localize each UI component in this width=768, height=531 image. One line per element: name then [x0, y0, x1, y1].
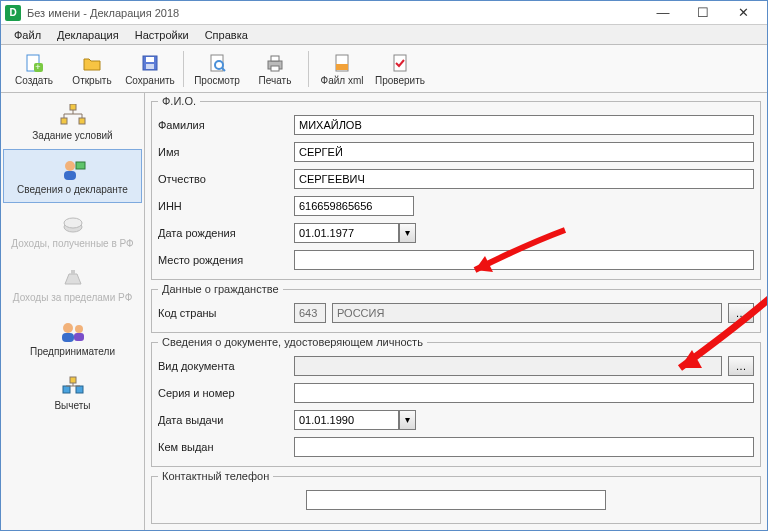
toolbar-preview[interactable]: Просмотр	[188, 47, 246, 91]
toolbar-check[interactable]: Проверить	[371, 47, 429, 91]
svg-rect-32	[63, 386, 70, 393]
svg-rect-11	[271, 66, 279, 71]
svg-rect-33	[76, 386, 83, 393]
group-phone-legend: Контактный телефон	[158, 470, 273, 482]
toolbar-save-label: Сохранить	[125, 75, 175, 86]
toolbar: + Создать Открыть Сохранить Просмотр Печ…	[1, 45, 767, 93]
sidebar-item-entrepreneurs[interactable]: Предприниматели	[3, 311, 142, 365]
sidebar-item-conditions[interactable]: Задание условий	[3, 95, 142, 149]
minimize-button[interactable]: —	[643, 2, 683, 24]
chevron-down-icon: ▾	[405, 414, 410, 425]
input-name[interactable]	[294, 142, 754, 162]
group-phone: Контактный телефон	[151, 470, 761, 524]
toolbar-open[interactable]: Открыть	[63, 47, 121, 91]
sidebar-item-declarant[interactable]: Сведения о декларанте	[3, 149, 142, 203]
label-surname: Фамилия	[158, 119, 288, 131]
svg-rect-10	[271, 56, 279, 61]
input-phone[interactable]	[306, 490, 606, 510]
close-button[interactable]: ✕	[723, 2, 763, 24]
check-icon	[389, 52, 411, 74]
svg-rect-34	[70, 377, 76, 383]
svg-rect-23	[64, 171, 76, 180]
toolbar-save[interactable]: Сохранить	[121, 47, 179, 91]
sidebar: Задание условий Сведения о декларанте До…	[1, 93, 145, 530]
sidebar-conditions-label: Задание условий	[32, 130, 112, 141]
sidebar-entrepreneurs-label: Предприниматели	[30, 346, 115, 357]
input-country-name	[332, 303, 722, 323]
birth-date-dropdown-button[interactable]: ▾	[399, 223, 416, 243]
toolbar-file-xml[interactable]: Файл xml	[313, 47, 371, 91]
label-birth-date: Дата рождения	[158, 227, 288, 239]
menu-help[interactable]: Справка	[198, 27, 255, 43]
toolbar-separator	[308, 51, 309, 87]
svg-rect-29	[62, 333, 74, 342]
svg-rect-5	[146, 64, 154, 69]
toolbar-open-label: Открыть	[72, 75, 111, 86]
maximize-button[interactable]: ☐	[683, 2, 723, 24]
print-icon	[264, 52, 286, 74]
group-fio-legend: Ф.И.О.	[158, 95, 200, 107]
xml-file-icon	[331, 52, 353, 74]
input-birth-date[interactable]	[294, 223, 399, 243]
title-bar: D Без имени - Декларация 2018 — ☐ ✕	[1, 1, 767, 25]
svg-rect-16	[61, 118, 67, 124]
toolbar-create[interactable]: + Создать	[5, 47, 63, 91]
new-file-icon: +	[23, 52, 45, 74]
label-doc-type: Вид документа	[158, 360, 288, 372]
group-fio: Ф.И.О. Фамилия Имя Отчество ИНН Дата рож…	[151, 95, 761, 280]
menu-settings[interactable]: Настройки	[128, 27, 196, 43]
label-issue-date: Дата выдачи	[158, 414, 288, 426]
svg-rect-17	[79, 118, 85, 124]
chevron-down-icon: ▾	[405, 227, 410, 238]
input-issue-date[interactable]	[294, 410, 399, 430]
label-country-code: Код страны	[158, 307, 288, 319]
form-area: Ф.И.О. Фамилия Имя Отчество ИНН Дата рож…	[145, 93, 767, 530]
toolbar-print[interactable]: Печать	[246, 47, 304, 91]
sidebar-declarant-label: Сведения о декларанте	[17, 184, 128, 195]
label-inn: ИНН	[158, 200, 288, 212]
input-patronymic[interactable]	[294, 169, 754, 189]
svg-point-28	[63, 323, 73, 333]
input-doc-type	[294, 356, 722, 376]
input-issued-by[interactable]	[294, 437, 754, 457]
toolbar-separator	[183, 51, 184, 87]
toolbar-print-label: Печать	[259, 75, 292, 86]
declarant-icon	[59, 158, 87, 182]
menu-file[interactable]: Файл	[7, 27, 48, 43]
sidebar-income-abroad-label: Доходы за пределами РФ	[13, 292, 132, 303]
group-id-doc: Сведения о документе, удостоверяющем лич…	[151, 336, 761, 467]
svg-rect-31	[74, 333, 84, 341]
toolbar-file-xml-label: Файл xml	[321, 75, 364, 86]
label-issued-by: Кем выдан	[158, 441, 288, 453]
sidebar-deductions-label: Вычеты	[54, 400, 90, 411]
svg-rect-14	[394, 55, 406, 71]
sidebar-item-income-rf[interactable]: Доходы, полученные в РФ	[3, 203, 142, 257]
input-surname[interactable]	[294, 115, 754, 135]
doc-type-lookup-button[interactable]: …	[728, 356, 754, 376]
conditions-icon	[59, 104, 87, 128]
label-name: Имя	[158, 146, 288, 158]
income-abroad-icon	[59, 266, 87, 290]
input-birth-place[interactable]	[294, 250, 754, 270]
menu-bar: Файл Декларация Настройки Справка	[1, 25, 767, 45]
label-patronymic: Отчество	[158, 173, 288, 185]
group-citizenship-legend: Данные о гражданстве	[158, 283, 283, 295]
input-series-number[interactable]	[294, 383, 754, 403]
menu-declaration[interactable]: Декларация	[50, 27, 126, 43]
toolbar-check-label: Проверить	[375, 75, 425, 86]
svg-rect-27	[71, 270, 75, 274]
deductions-icon	[59, 374, 87, 398]
preview-icon	[206, 52, 228, 74]
svg-text:+: +	[35, 62, 40, 72]
input-inn[interactable]	[294, 196, 414, 216]
issue-date-dropdown-button[interactable]: ▾	[399, 410, 416, 430]
label-series-number: Серия и номер	[158, 387, 288, 399]
label-birth-place: Место рождения	[158, 254, 288, 266]
country-lookup-button[interactable]: …	[728, 303, 754, 323]
svg-rect-13	[336, 64, 348, 70]
sidebar-item-income-abroad[interactable]: Доходы за пределами РФ	[3, 257, 142, 311]
sidebar-item-deductions[interactable]: Вычеты	[3, 365, 142, 419]
group-citizenship: Данные о гражданстве Код страны …	[151, 283, 761, 333]
work-area: Задание условий Сведения о декларанте До…	[1, 93, 767, 530]
svg-rect-15	[70, 104, 76, 110]
